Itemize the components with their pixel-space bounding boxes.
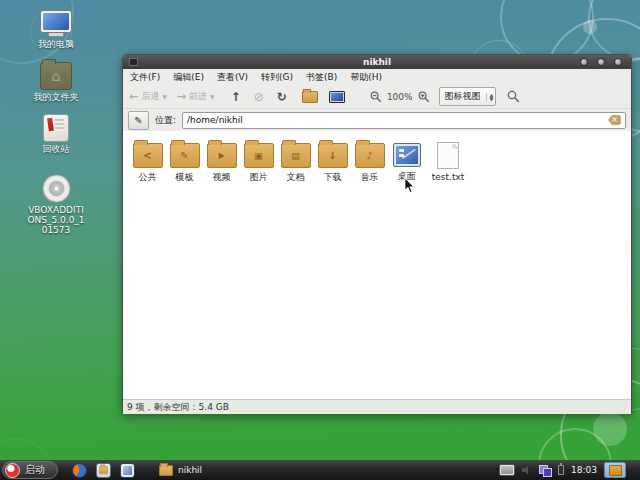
tray-active-app-button[interactable] [604, 462, 626, 478]
zoom-level: 100% [387, 92, 413, 102]
wallpaper-blob [593, 412, 627, 446]
file-manager-launcher-icon[interactable] [96, 463, 111, 478]
file-item-pictures[interactable]: ▣ 图片 [240, 138, 277, 184]
window-titlebar[interactable]: nikhil [123, 55, 631, 69]
cdrom-icon [42, 174, 71, 203]
folder-videos-icon: ▶ [207, 143, 237, 168]
battery-icon[interactable] [558, 465, 564, 475]
file-item-videos[interactable]: ▶ 视频 [203, 138, 240, 184]
desktop-icon-label: 我的电脑 [26, 39, 86, 49]
computer-icon [40, 10, 72, 37]
toolbar: ← 后退 ▼ → 前进 ▼ ↑ ⊘ ↻ 100% [123, 85, 631, 109]
desktop-icon-vbox-cd[interactable]: VBOXADDITIONS_5.0.0_101573 [24, 174, 88, 235]
menu-go[interactable]: 转到(G) [261, 71, 293, 84]
desktop: 我的电脑 ⌂ 我的文件夹 回收站 VBOXADDITIONS_5.0.0_101… [0, 0, 640, 480]
trash-icon [43, 114, 69, 142]
folder-pictures-icon: ▣ [244, 143, 274, 168]
clock[interactable]: 18:03 [571, 465, 597, 475]
volume-icon[interactable] [522, 465, 532, 475]
window-title: nikhil [123, 55, 631, 69]
folder-share-icon: < [133, 143, 163, 168]
spinner-arrows-icon: ▲▼ [486, 93, 494, 101]
folder-icon [609, 465, 622, 476]
start-button[interactable]: 启动 [2, 461, 58, 479]
file-item-test-txt[interactable]: test.txt [425, 138, 471, 182]
location-bar: ✎ 位置: × [123, 109, 631, 131]
menu-file[interactable]: 文件(F) [130, 71, 160, 84]
file-item-templates[interactable]: ✎ 模板 [166, 138, 203, 184]
forward-arrow-icon: → [177, 90, 186, 103]
forward-button[interactable]: → 前进 ▼ [177, 90, 215, 103]
back-arrow-icon: ← [129, 90, 138, 103]
quick-launch [72, 463, 135, 478]
folder-documents-icon: ▤ [281, 143, 311, 168]
menu-help[interactable]: 帮助(H) [350, 71, 382, 84]
location-input[interactable] [182, 112, 626, 129]
desktop-icon-label: 回收站 [26, 144, 86, 154]
zoom-in-icon[interactable] [418, 91, 430, 103]
up-button[interactable]: ↑ [231, 90, 241, 104]
refresh-button[interactable]: ↻ [277, 90, 287, 104]
folder-music-icon: ♪ [355, 143, 385, 168]
file-item-music[interactable]: ♪ 音乐 [351, 138, 388, 184]
menu-bookmarks[interactable]: 书签(B) [306, 71, 337, 84]
statusbar: 9 项，剩余空间：5.4 GB [123, 399, 631, 414]
search-icon[interactable] [507, 90, 520, 103]
folder-downloads-icon: ↓ [318, 143, 348, 168]
folder-templates-icon: ✎ [170, 143, 200, 168]
home-folder-icon: ⌂ [40, 62, 72, 90]
file-view: < 公共 ✎ 模板 ▶ 视频 ▣ 图片 ▤ 文档 ↓ 下载 [123, 131, 631, 399]
menubar: 文件(F) 编辑(E) 查看(V) 转到(G) 书签(B) 帮助(H) [123, 69, 631, 85]
wallpaper-ring [588, 0, 640, 60]
file-manager-window: nikhil 文件(F) 编辑(E) 查看(V) 转到(G) 书签(B) 帮助(… [122, 54, 632, 414]
window-minimize-button[interactable] [580, 58, 588, 66]
stop-button[interactable]: ⊘ [254, 90, 264, 104]
window-close-button[interactable] [614, 58, 622, 66]
folder-icon [159, 465, 173, 476]
chevron-down-icon: ▼ [162, 93, 167, 100]
file-item-downloads[interactable]: ↓ 下载 [314, 138, 351, 184]
system-tray: 18:03 [499, 462, 626, 478]
task-button-nikhil[interactable]: nikhil [153, 461, 208, 479]
desktop-screen-icon [393, 143, 421, 167]
image-viewer-launcher-icon[interactable] [120, 463, 135, 478]
chevron-down-icon: ▼ [210, 93, 215, 100]
desktop-icon-label: 我的文件夹 [26, 92, 86, 102]
file-item-desktop[interactable]: 桌面 [388, 138, 425, 183]
taskbar: 启动 nikhil 18:03 [0, 460, 640, 480]
back-button[interactable]: ← 后退 ▼ [129, 90, 167, 103]
file-item-documents[interactable]: ▤ 文档 [277, 138, 314, 184]
start-logo-icon [5, 463, 20, 478]
network-device-icon[interactable] [499, 464, 515, 476]
file-item-public[interactable]: < 公共 [129, 138, 166, 184]
desktop-icon-my-folder[interactable]: ⌂ 我的文件夹 [24, 62, 88, 102]
menu-edit[interactable]: 编辑(E) [173, 71, 204, 84]
desktop-icon-label: VBOXADDITIONS_5.0.0_101573 [26, 205, 86, 235]
desktop-icon-my-computer[interactable]: 我的电脑 [24, 10, 88, 49]
window-maximize-button[interactable] [597, 58, 605, 66]
wallpaper-blob [583, 20, 597, 34]
text-file-icon [437, 142, 459, 169]
firefox-launcher-icon[interactable] [72, 463, 87, 478]
clipboard-manager-icon[interactable] [539, 464, 551, 476]
edit-location-button[interactable]: ✎ [128, 111, 149, 130]
menu-view[interactable]: 查看(V) [217, 71, 248, 84]
zoom-out-icon[interactable] [370, 91, 382, 103]
home-button[interactable] [302, 91, 318, 103]
computer-button[interactable] [329, 91, 345, 103]
view-mode-select[interactable]: 图标视图 ▲▼ [439, 87, 497, 106]
location-label: 位置: [155, 114, 176, 127]
desktop-icon-trash[interactable]: 回收站 [24, 114, 88, 154]
